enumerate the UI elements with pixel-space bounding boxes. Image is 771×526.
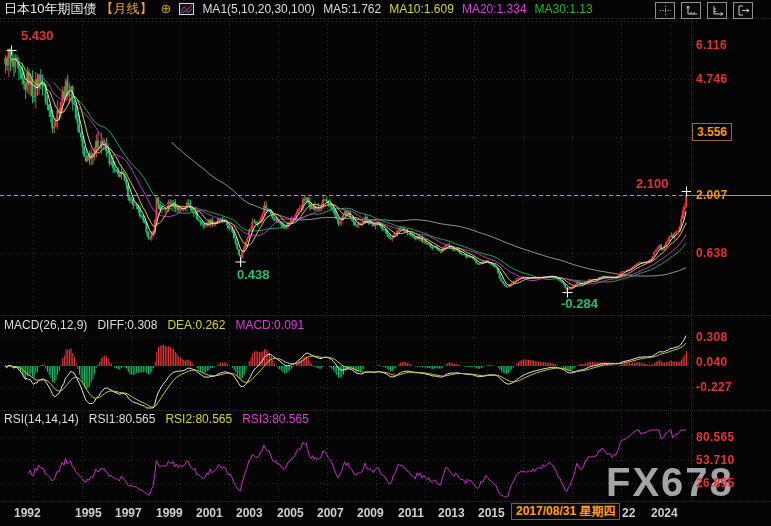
price-axis-label: 4.746 — [696, 72, 728, 86]
chart-toolbar — [655, 2, 753, 19]
chart-window: 日本10年期国债 【月线】 ⊕ MA1(5,10,20,30,100) MA5:… — [0, 0, 771, 526]
low-2003-annotation: 0.438 — [237, 267, 270, 282]
timeframe-label[interactable]: 【月线】 — [100, 0, 152, 18]
time-axis-label: 1999 — [156, 506, 183, 520]
ma20-value: MA20:1.334 — [462, 2, 527, 16]
chart-canvas[interactable] — [0, 0, 771, 526]
time-axis-label: 2015 — [478, 506, 505, 520]
zoom-in-axis-icon[interactable] — [681, 2, 701, 19]
time-axis-label: 2013 — [438, 506, 465, 520]
macd-value: MACD:0.091 — [235, 318, 304, 332]
rsi-header: RSI(14,14,14) RSI1:80.565 RSI2:80.565 RS… — [4, 412, 309, 426]
last-price-label: 2.007 — [696, 188, 728, 202]
macd-diff-value: DIFF:0.308 — [97, 318, 157, 332]
zoom-out-axis-icon[interactable] — [707, 2, 727, 19]
time-axis-label: 22 — [622, 506, 635, 520]
rsi-axis-label: 26.855 — [696, 476, 735, 490]
price-axis-label: 6.116 — [696, 38, 727, 52]
macd-axis-label: -0.227 — [696, 380, 732, 394]
rsi-axis-label: 80.565 — [696, 430, 735, 444]
time-axis-label: 2007 — [317, 506, 344, 520]
rsi-settings-label[interactable]: RSI(14,14,14) — [4, 412, 79, 426]
instrument-title: 日本10年期国债 — [4, 0, 96, 18]
exit-chart-icon[interactable] — [733, 2, 753, 19]
recent-high-annotation: 2.100 — [636, 176, 669, 191]
time-axis-label: 2024 — [651, 506, 678, 520]
time-axis-label: 1992 — [14, 506, 41, 520]
axis-divider — [691, 19, 692, 502]
price-axis-label: 0.638 — [696, 246, 728, 260]
macd-axis-label: 0.040 — [696, 355, 728, 369]
time-axis-label: 2003 — [236, 506, 263, 520]
chart-type-icon[interactable] — [179, 3, 194, 15]
macd-settings-label[interactable]: MACD(26,12,9) — [4, 318, 87, 332]
crosshair-price-label: 3.556 — [692, 123, 732, 141]
ma30-value: MA30:1.13 — [535, 2, 593, 16]
rsi2-value: RSI2:80.565 — [165, 412, 232, 426]
rsi-axis-label: 53.710 — [696, 453, 735, 467]
low-2019-annotation: -0.284 — [561, 296, 598, 311]
ma10-value: MA10:1.609 — [389, 2, 454, 16]
time-axis-label: 2009 — [357, 506, 384, 520]
rsi1-value: RSI1:80.565 — [89, 412, 156, 426]
macd-header: MACD(26,12,9) DIFF:0.308 DEA:0.262 MACD:… — [4, 318, 304, 332]
time-axis-label: 1997 — [115, 506, 142, 520]
time-axis-label: 2011 — [398, 506, 424, 520]
macd-panel-divider — [0, 315, 771, 316]
high-annotation: 5.430 — [21, 28, 54, 43]
macd-axis-label: 0.308 — [696, 330, 728, 344]
rsi-panel-divider — [0, 410, 771, 411]
time-axis-label: 2005 — [277, 506, 304, 520]
rsi3-value: RSI3:80.565 — [242, 412, 309, 426]
add-indicator-icon[interactable]: ⊕ — [160, 3, 171, 15]
time-axis-label: 1995 — [75, 506, 102, 520]
time-axis-label: 2001 — [196, 506, 223, 520]
ma-settings-label: MA1(5,10,20,30,100) — [202, 2, 315, 16]
macd-dea-value: DEA:0.262 — [167, 318, 225, 332]
crosshair-date-label: 2017/08/31 星期四 — [511, 503, 620, 520]
crosshair-icon[interactable] — [655, 2, 675, 19]
ma5-value: MA5:1.762 — [323, 2, 381, 16]
